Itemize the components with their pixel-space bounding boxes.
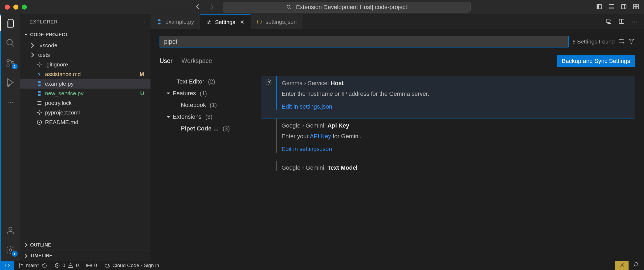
setting-gemma-host[interactable]: Gemma › Service: Host Enter the hostname…	[261, 76, 635, 118]
toc-extensions[interactable]: Extensions (3)	[166, 111, 261, 123]
svg-point-16	[39, 64, 40, 65]
nav-forward-button[interactable]	[209, 3, 215, 11]
markdown-icon	[36, 71, 42, 77]
status-cloud-code[interactable]: Cloud Code - Sign in	[101, 263, 163, 268]
api-key-link[interactable]: API Key	[310, 133, 331, 140]
settings-list[interactable]: Gemma › Service: Host Enter the hostname…	[261, 76, 635, 261]
filter-icon[interactable]	[628, 38, 635, 46]
close-tab-icon[interactable]: ✕	[240, 19, 244, 25]
files-icon	[6, 18, 15, 28]
project-section-header[interactable]: CODE-PROJECT	[20, 29, 150, 40]
file-readme-md[interactable]: README.md	[20, 117, 150, 127]
nav-back-button[interactable]	[195, 3, 201, 11]
activity-settings[interactable]: 1	[5, 244, 16, 256]
folder-vscode[interactable]: .vscode	[20, 41, 150, 50]
explorer-more-button[interactable]: ···	[139, 18, 146, 25]
toc-pipet[interactable]: Pipet Code … (3)	[166, 123, 261, 134]
toc-text-editor[interactable]: Text Editor (2)	[166, 76, 261, 88]
status-problems[interactable]: 0 0	[51, 263, 83, 268]
folder-label: .vscode	[38, 42, 57, 49]
search-icon	[286, 5, 292, 10]
remote-button[interactable]	[0, 261, 14, 270]
setting-gemini-apikey[interactable]: Google › Gemini: Api Key Enter your API …	[261, 118, 635, 161]
status-branch[interactable]: main*	[14, 263, 51, 268]
activity-explorer[interactable]	[5, 18, 16, 29]
status-ports[interactable]: 0	[83, 263, 101, 268]
settings-search-input[interactable]: pipet	[160, 36, 569, 47]
status-alert-button[interactable]	[615, 261, 629, 270]
scope-user-tab[interactable]: User	[160, 57, 173, 68]
activity-bar: 2 ⋯ 1	[0, 14, 20, 261]
activity-search[interactable]	[5, 37, 16, 49]
file-pyproject-toml[interactable]: pyproject.toml	[20, 108, 150, 117]
file-poetry-lock[interactable]: poetry.lock	[20, 98, 150, 108]
file-label: new_service.py	[45, 90, 84, 97]
svg-rect-7	[634, 7, 636, 9]
svg-point-11	[7, 64, 9, 66]
file-label: README.md	[45, 119, 78, 125]
chevron-right-icon	[24, 243, 28, 248]
activity-run-debug[interactable]	[5, 77, 16, 88]
timeline-section-header[interactable]: TIMELINE	[20, 250, 150, 261]
split-editor-icon[interactable]	[618, 18, 625, 26]
svg-rect-5	[634, 4, 636, 6]
setting-gemini-textmodel[interactable]: Google › Gemini: Text Model	[261, 161, 635, 179]
toggle-secondary-sidebar-icon[interactable]	[621, 3, 627, 11]
tab-example-py[interactable]: example.py	[150, 14, 200, 29]
maximize-window-button[interactable]	[22, 5, 27, 10]
svg-rect-6	[636, 4, 638, 6]
file-gitignore[interactable]: .gitignore	[20, 60, 150, 69]
python-icon	[36, 81, 42, 87]
open-changes-icon[interactable]	[606, 18, 612, 26]
file-example-py[interactable]: example.py	[20, 79, 150, 89]
backup-sync-button[interactable]: Backup and Sync Settings	[557, 55, 635, 67]
minimize-window-button[interactable]	[13, 5, 18, 10]
activity-more[interactable]: ⋯	[5, 97, 16, 108]
file-tree: .vscode tests .gitignore assistance.md M…	[20, 40, 150, 240]
close-window-button[interactable]	[5, 5, 10, 10]
file-assistance-md[interactable]: assistance.md M	[20, 69, 150, 79]
toggle-primary-sidebar-icon[interactable]	[596, 3, 602, 11]
edit-in-settings-json-link[interactable]: Edit in settings.json	[282, 146, 332, 153]
error-icon	[55, 263, 60, 268]
folder-tests[interactable]: tests	[20, 50, 150, 60]
window-title: [Extension Development Host] code-projec…	[294, 4, 407, 11]
gear-icon[interactable]	[265, 79, 272, 86]
toc-features[interactable]: Features (1)	[166, 88, 261, 99]
tab-settings[interactable]: Settings ✕	[200, 14, 251, 29]
toc-notebook[interactable]: Notebook (1)	[166, 99, 261, 111]
svg-point-15	[9, 249, 11, 251]
scope-workspace-tab[interactable]: Workspace	[182, 57, 212, 68]
customize-layout-icon[interactable]	[633, 3, 639, 11]
branch-name: main*	[26, 263, 39, 268]
folder-label: tests	[38, 52, 50, 58]
svg-point-10	[7, 59, 9, 62]
outline-section-header[interactable]: OUTLINE	[20, 240, 150, 250]
file-label: poetry.lock	[45, 100, 72, 106]
chevron-right-icon	[30, 42, 35, 48]
tab-label: example.py	[165, 19, 194, 25]
svg-point-19	[209, 21, 210, 22]
scm-decoration: U	[140, 90, 144, 97]
clear-search-icon[interactable]	[618, 38, 625, 46]
toggle-panel-icon[interactable]	[608, 3, 615, 11]
settings-found-count: 6 Settings Found	[572, 38, 615, 45]
info-icon	[36, 119, 42, 125]
svg-point-23	[268, 81, 270, 83]
command-center[interactable]: [Extension Development Host] code-projec…	[223, 2, 471, 13]
svg-point-25	[19, 266, 20, 267]
tab-more-icon[interactable]: ⋯	[631, 18, 638, 26]
activity-source-control[interactable]: 2	[5, 57, 16, 68]
svg-rect-3	[609, 5, 614, 9]
svg-point-0	[287, 5, 290, 8]
tab-bar: example.py Settings ✕ settings.json ⋯	[150, 14, 644, 29]
chevron-right-icon	[30, 52, 35, 58]
file-new-service-py[interactable]: new_service.py U	[20, 89, 150, 98]
cloud-sync-icon[interactable]	[42, 263, 47, 268]
activity-accounts[interactable]	[5, 225, 16, 236]
setting-description: Enter the hostname or IP address for the…	[282, 90, 628, 97]
tab-settings-json[interactable]: settings.json	[251, 14, 303, 29]
window-controls	[5, 5, 27, 10]
notifications-button[interactable]	[629, 262, 644, 269]
edit-in-settings-json-link[interactable]: Edit in settings.json	[282, 103, 332, 110]
